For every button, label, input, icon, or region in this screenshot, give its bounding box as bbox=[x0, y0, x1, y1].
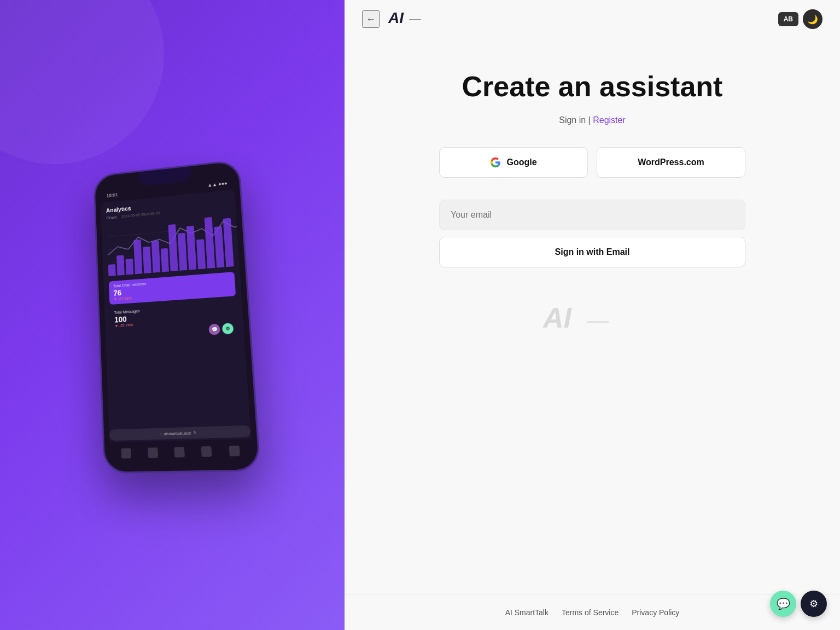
theme-toggle-button[interactable]: 🌙 bbox=[803, 9, 822, 29]
watermark-logo: AI — bbox=[543, 300, 641, 335]
logo: AI — bbox=[388, 9, 432, 30]
phone-nav-icon-3 bbox=[174, 447, 184, 457]
svg-text:—: — bbox=[409, 12, 422, 26]
bar-3 bbox=[125, 259, 133, 275]
bar-5 bbox=[143, 247, 151, 273]
page-title: Create an assistant bbox=[462, 71, 723, 102]
bar-2 bbox=[116, 255, 125, 275]
bar-7 bbox=[161, 248, 170, 272]
chat-settings-button[interactable]: ⚙ bbox=[801, 591, 827, 617]
phone-nav-icon-1 bbox=[121, 448, 132, 458]
google-logo-icon bbox=[490, 157, 501, 168]
top-bar-right: AB 🌙 bbox=[778, 9, 822, 29]
svg-text:—: — bbox=[587, 308, 609, 332]
phone-time: 18:01 bbox=[106, 192, 118, 198]
phone-nav-icon-5 bbox=[229, 446, 240, 457]
chat-open-button[interactable]: 💬 bbox=[770, 591, 796, 617]
logo-icon: AI — bbox=[388, 9, 432, 30]
main-content: Create an assistant Sign in | Register G… bbox=[345, 38, 840, 594]
bar-6 bbox=[151, 241, 160, 273]
chat-widget: 💬 ⚙ bbox=[770, 591, 827, 617]
phone-content: Analytics Chats 2024-05-05 2024-06-20 bbox=[101, 189, 252, 448]
wordpress-signin-button[interactable]: WordPress.com bbox=[597, 147, 745, 178]
wordpress-btn-label: WordPress.com bbox=[638, 158, 704, 167]
stat-card-instances: Total Chat Instances 76 ▼ -67.93% bbox=[109, 272, 236, 305]
phone-mockup: 18:01 ▲▲ ●●● Analytics Chats 2024-05-05 … bbox=[93, 159, 261, 474]
phone-bottom-nav bbox=[104, 439, 259, 465]
google-signin-button[interactable]: Google bbox=[439, 147, 588, 178]
footer-link-terms[interactable]: Terms of Service bbox=[562, 608, 619, 617]
signin-subtitle: Sign in | Register bbox=[559, 115, 626, 125]
top-bar: ← AI — AB 🌙 bbox=[345, 0, 840, 38]
phone-nav-icon-4 bbox=[201, 446, 212, 457]
footer-link-privacy[interactable]: Privacy Policy bbox=[632, 608, 679, 617]
email-input[interactable] bbox=[439, 200, 745, 230]
signin-email-button[interactable]: Sign in with Email bbox=[439, 237, 745, 267]
chat-bubble-icon: 💬 bbox=[777, 597, 790, 610]
bar-chart bbox=[107, 213, 234, 276]
phone-screen: 18:01 ▲▲ ●●● Analytics Chats 2024-05-05 … bbox=[95, 161, 259, 472]
footer-link-aismarttalk[interactable]: AI SmartTalk bbox=[505, 608, 549, 617]
hero-panel: 18:01 ▲▲ ●●● Analytics Chats 2024-05-05 … bbox=[0, 0, 345, 630]
stat-card-messages: Total Messages 100 ▼ -67.74% 💬 ⚙ bbox=[110, 299, 238, 344]
phone-body: 18:01 ▲▲ ●●● Analytics Chats 2024-05-05 … bbox=[93, 159, 261, 474]
bar-1 bbox=[108, 264, 116, 276]
register-link[interactable]: Register bbox=[593, 115, 626, 125]
back-button[interactable]: ← bbox=[362, 10, 380, 28]
oauth-buttons: Google WordPress.com bbox=[439, 147, 745, 178]
auth-panel: ← AI — AB 🌙 Create an assistant Sign in … bbox=[345, 0, 840, 630]
phone-icons: ▲▲ ●●● bbox=[207, 180, 228, 188]
moon-icon: 🌙 bbox=[807, 14, 818, 25]
settings-icon: ⚙ bbox=[809, 598, 818, 610]
svg-text:AI: AI bbox=[388, 9, 404, 26]
bar-4 bbox=[133, 240, 142, 274]
svg-text:AI: AI bbox=[543, 302, 573, 333]
footer: AI SmartTalk Terms of Service Privacy Po… bbox=[345, 594, 840, 630]
google-btn-label: Google bbox=[506, 158, 536, 167]
language-button[interactable]: AB bbox=[778, 12, 798, 26]
phone-nav-icon-2 bbox=[148, 447, 158, 458]
top-bar-left: ← AI — bbox=[362, 9, 432, 30]
